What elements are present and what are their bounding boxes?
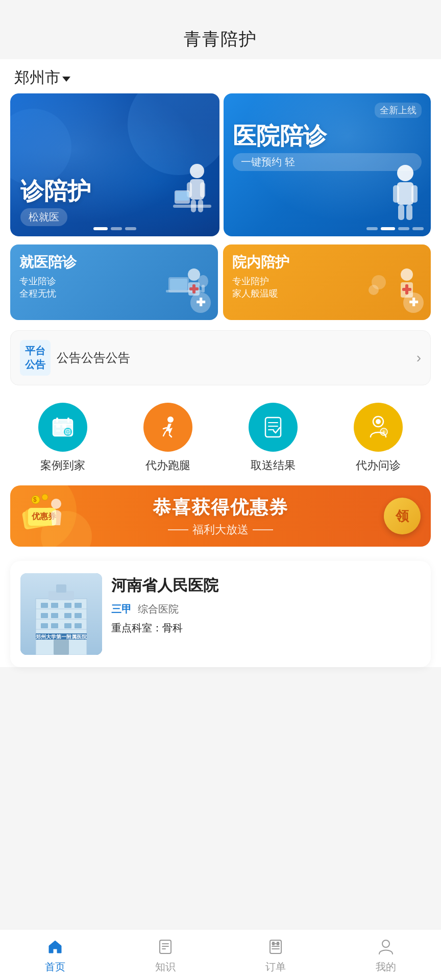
banner-left[interactable]: 诊陪护 松就医 [10, 93, 219, 236]
nav-item-order[interactable]: 订单 [254, 932, 297, 978]
card-blue-desc2: 全程无忧 [19, 287, 209, 300]
result-icon-bg [249, 403, 298, 452]
card-blue-title: 就医陪诊 [19, 253, 209, 272]
hospital-card[interactable]: 郑州大学第一附属医院 河南省人民医院 三甲 综合医院 重点科室：骨科 [10, 561, 431, 667]
order-icon-wrap [264, 936, 287, 958]
running-icon [154, 413, 182, 441]
banner-right-dots [366, 227, 424, 230]
announce-label-line2: 公告 [25, 358, 45, 372]
action-errand-label: 代办跑腿 [145, 458, 190, 473]
quick-actions: 案例到家 代办跑腿 [0, 398, 441, 485]
rdot-4 [412, 227, 424, 230]
city-selector[interactable]: 郑州市 [0, 59, 441, 93]
announcement-bar[interactable]: 平台 公告 公告公告公告 › [10, 330, 431, 385]
card-orange-desc1: 专业陪护 [232, 275, 422, 287]
svg-rect-92 [272, 942, 275, 945]
hospital-tags: 三甲 综合医院 [111, 602, 421, 616]
svg-text:郑州大学第一附属医院: 郑州大学第一附属医院 [35, 634, 87, 640]
service-card-yipei[interactable]: 就医陪诊 专业陪诊 全程无忧 [10, 244, 218, 320]
banner-left-dots [93, 227, 136, 230]
svg-rect-34 [56, 430, 60, 432]
svg-rect-81 [56, 584, 66, 593]
bottom-nav: 首页 知识 订单 [0, 929, 441, 980]
action-case-home[interactable]: 案例到家 [38, 403, 87, 473]
banner-left-text: 诊陪护 松就医 [20, 178, 209, 226]
banner-right[interactable]: 全新上线 医院陪诊 一键预约 轻 [224, 93, 431, 236]
svg-rect-11 [393, 185, 399, 203]
doctor-icon: + [364, 413, 392, 441]
svg-rect-72 [51, 613, 58, 618]
dot-3 [125, 227, 136, 230]
svg-rect-68 [51, 603, 58, 608]
main-content: 郑州市 [0, 59, 441, 667]
svg-rect-12 [411, 185, 418, 203]
banner-left-main-text: 诊陪护 [20, 178, 209, 204]
svg-point-56 [51, 499, 61, 509]
coupon-claim-label: 领 [396, 507, 409, 525]
action-case-home-label: 案例到家 [40, 458, 85, 473]
banner-section: 诊陪护 松就医 [0, 93, 441, 244]
coupon-left-decoration: 优惠券 $ [20, 489, 71, 543]
hospital-dept-label: 重点科室： [111, 622, 162, 633]
nav-item-knowledge[interactable]: 知识 [144, 932, 187, 978]
hospital-dept-value: 骨科 [162, 622, 183, 633]
consult-icon-bg: + [354, 403, 403, 452]
action-consult-label: 代办问诊 [356, 458, 401, 473]
svg-rect-71 [41, 613, 48, 618]
svg-rect-88 [270, 940, 281, 953]
svg-point-59 [42, 494, 48, 500]
action-result-label: 取送结果 [251, 458, 296, 473]
action-consult[interactable]: + 代办问诊 [354, 403, 403, 473]
hospital-name: 河南省人民医院 [111, 575, 421, 596]
profile-icon-wrap [375, 936, 397, 958]
nav-home-label: 首页 [45, 960, 65, 974]
card-orange-content: 院内陪护 专业陪护 家人般温暖 [223, 244, 431, 308]
svg-rect-77 [64, 623, 71, 628]
app-title: 青青陪护 [0, 28, 441, 51]
status-bar [0, 0, 441, 22]
banner-wrapper: 诊陪护 松就医 [10, 93, 431, 236]
rdot-1 [366, 227, 378, 230]
card-blue-desc1: 专业陪诊 [19, 275, 209, 287]
svg-point-94 [382, 940, 389, 947]
announce-label-line1: 平台 [25, 344, 45, 358]
svg-rect-14 [406, 205, 412, 220]
svg-rect-75 [41, 623, 48, 628]
service-cards: 就医陪诊 专业陪诊 全程无忧 [0, 244, 441, 330]
calendar-icon [49, 413, 77, 441]
svg-rect-93 [277, 942, 279, 945]
nav-order-label: 订单 [265, 960, 286, 974]
card-orange-title: 院内陪护 [232, 253, 422, 272]
action-errand[interactable]: 代办跑腿 [143, 403, 192, 473]
errand-icon-bg [143, 403, 192, 452]
coupon-text: 恭喜获得优惠券 福利大放送 [153, 495, 288, 537]
announce-label: 平台 公告 [20, 340, 51, 376]
coupon-sub-label: 福利大放送 [192, 522, 249, 537]
card-orange-desc2: 家人般温暖 [232, 287, 422, 300]
svg-rect-78 [75, 623, 82, 628]
chevron-right-icon: › [416, 350, 421, 366]
nav-profile-label: 我的 [376, 960, 396, 974]
hospital-section: 郑州大学第一附属医院 河南省人民医院 三甲 综合医院 重点科室：骨科 [10, 561, 431, 667]
coupon-banner[interactable]: 优惠券 $ 恭喜获得优惠券 福利大放送 领 [10, 485, 431, 547]
action-result[interactable]: 取送结果 [249, 403, 298, 473]
coupon-claim-button[interactable]: 领 [384, 498, 421, 534]
coupon-dash-left [168, 529, 188, 530]
svg-rect-13 [398, 205, 404, 220]
svg-rect-70 [75, 603, 82, 608]
svg-rect-44 [265, 418, 281, 437]
nav-item-home[interactable]: 首页 [34, 932, 77, 978]
nav-item-profile[interactable]: 我的 [364, 932, 407, 978]
order-icon [266, 938, 285, 956]
svg-text:$: $ [33, 496, 37, 503]
knowledge-icon-wrap [154, 936, 177, 958]
svg-point-0 [190, 164, 204, 178]
svg-rect-67 [41, 603, 48, 608]
card-blue-content: 就医陪诊 专业陪诊 全程无忧 [10, 244, 218, 308]
svg-rect-36 [56, 418, 58, 423]
svg-point-49 [376, 419, 381, 424]
svg-rect-69 [64, 603, 71, 608]
service-card-yuannei[interactable]: 院内陪护 专业陪护 家人般温暖 ✚ [223, 244, 431, 320]
home-icon-wrap [44, 936, 66, 958]
dot-2 [111, 227, 122, 230]
